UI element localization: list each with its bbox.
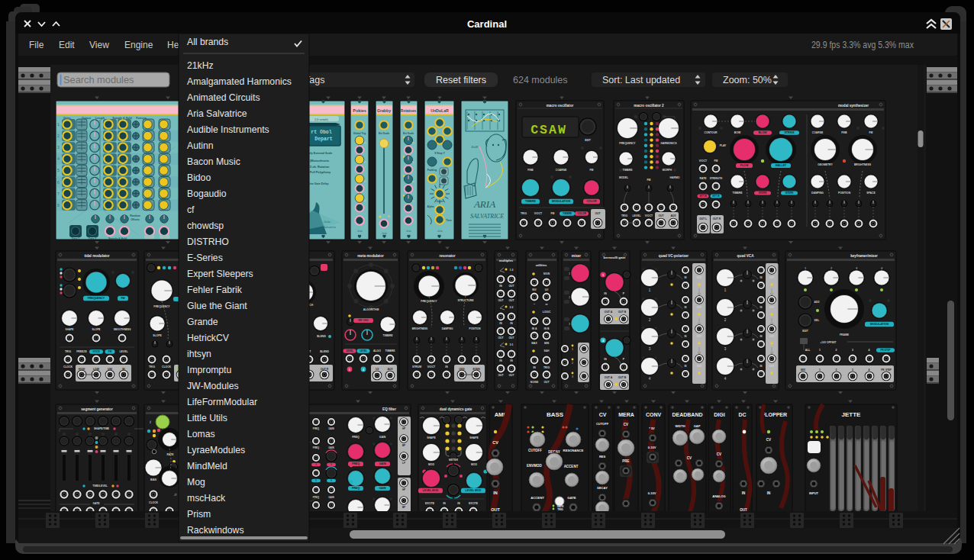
svg-text:NOISE: NOISE xyxy=(531,381,539,384)
svg-text:PLAY: PLAY xyxy=(720,144,727,147)
svg-text:4: 4 xyxy=(57,156,60,161)
svg-text:DISTRHO: DISTRHO xyxy=(187,237,229,247)
svg-text:2: 2 xyxy=(572,362,573,365)
svg-text:FREQ: FREQ xyxy=(352,487,360,490)
svg-text:LP: LP xyxy=(402,462,405,465)
svg-text:ihtsyn: ihtsyn xyxy=(187,349,211,359)
svg-text:Gate 1: Gate 1 xyxy=(72,237,79,240)
svg-text:Impromptu: Impromptu xyxy=(187,365,231,375)
svg-text:mixer: mixer xyxy=(572,254,581,258)
svg-text:Aria: Aria xyxy=(356,229,362,233)
svg-text:IN A: IN A xyxy=(532,327,537,330)
svg-text:INV: INV xyxy=(532,288,537,291)
svg-text:OUT: OUT xyxy=(498,336,504,340)
svg-text:CUTOFF: CUTOFF xyxy=(596,422,609,426)
svg-text:Glue the Giant: Glue the Giant xyxy=(187,301,247,311)
svg-text:Offsets: Offsets xyxy=(131,218,140,221)
svg-text:Bidoo: Bidoo xyxy=(187,172,211,183)
svg-text:BLEND: BLEND xyxy=(317,335,326,338)
svg-text:TIME/LEVEL: TIME/LEVEL xyxy=(92,484,107,488)
svg-text:keyframer/mixer: keyframer/mixer xyxy=(850,254,878,258)
svg-text:HetrickCV: HetrickCV xyxy=(187,333,230,343)
svg-text:MALLET: MALLET xyxy=(776,164,787,167)
svg-text:DC: DC xyxy=(738,412,746,417)
svg-text:VOICE: VOICE xyxy=(92,350,99,353)
svg-text:3: 3 xyxy=(852,369,853,372)
svg-text:GEOMETRY: GEOMETRY xyxy=(818,163,833,166)
svg-text:* 5V: * 5V xyxy=(649,426,655,430)
svg-text:EXCITE: EXCITE xyxy=(469,502,479,505)
svg-text:HP: HP xyxy=(402,488,405,491)
svg-text:2: 2 xyxy=(836,369,837,372)
svg-text:SPACE: SPACE xyxy=(866,191,876,195)
svg-text:TRIG: TRIG xyxy=(543,366,550,369)
svg-text:GATE: GATE xyxy=(567,496,576,500)
svg-text:TIMBRE: TIMBRE xyxy=(385,349,396,352)
svg-text:Aria: Aria xyxy=(380,231,386,235)
svg-text:U/I: U/I xyxy=(545,288,548,291)
svg-text:Ext Scale: Ext Scale xyxy=(379,132,389,135)
svg-text:Gates: Gates xyxy=(63,117,71,120)
svg-text:FM: FM xyxy=(714,159,718,163)
svg-text:SHAPE: SHAPE xyxy=(66,328,74,331)
svg-text:HARMONICS: HARMONICS xyxy=(661,142,678,145)
svg-text:Full Polyphony: Full Polyphony xyxy=(310,171,331,174)
svg-text:GAP: GAP xyxy=(694,424,701,428)
svg-text:Fehler Fabrik: Fehler Fabrik xyxy=(187,285,243,295)
svg-text:3: 3 xyxy=(57,145,60,150)
svg-text:GAIN: GAIN xyxy=(328,427,334,430)
svg-text:29.9 fps 3.3% avg 5.3% max: 29.9 fps 3.3% avg 5.3% max xyxy=(811,40,914,50)
svg-text:chowdsp: chowdsp xyxy=(187,220,224,231)
svg-text:V/OCT: V/OCT xyxy=(645,214,653,217)
svg-text:FREQUENCY: FREQUENCY xyxy=(619,142,636,145)
svg-text:COLOR: COLOR xyxy=(577,212,586,215)
svg-text:CLOCK: CLOCK xyxy=(149,501,159,504)
svg-text:INT. OSC: INT. OSC xyxy=(358,319,369,322)
svg-text:4: 4 xyxy=(869,369,870,372)
svg-text:IN: IN xyxy=(499,359,502,362)
svg-text:HP: HP xyxy=(402,427,405,430)
svg-text:TIMBRE: TIMBRE xyxy=(563,212,572,215)
svg-text:STRUM: STRUM xyxy=(412,365,421,369)
svg-text:GAIN: GAIN xyxy=(379,487,386,490)
svg-text:quad VC-polarizer: quad VC-polarizer xyxy=(659,254,689,258)
svg-text:FM: FM xyxy=(647,179,651,182)
svg-text:BP: BP xyxy=(402,444,405,447)
svg-text:FLOW: FLOW xyxy=(740,164,749,167)
svg-text:DAMPING: DAMPING xyxy=(442,327,453,330)
svg-text:2: 2 xyxy=(57,134,60,138)
svg-text:GAIN: GAIN xyxy=(379,436,386,439)
svg-text:Length: Length xyxy=(95,117,105,120)
svg-text:OUT L: OUT L xyxy=(699,217,707,220)
svg-text:S&H: S&H xyxy=(543,349,550,352)
svg-text:HARMO: HARMO xyxy=(670,176,680,179)
svg-text:OUT: OUT xyxy=(658,214,664,217)
svg-text:Prism: Prism xyxy=(187,509,211,520)
svg-text:View: View xyxy=(89,40,109,50)
svg-text:Zoom: 50%: Zoom: 50% xyxy=(723,75,772,85)
svg-text:X Step Y: X Step Y xyxy=(434,152,445,155)
svg-text:3:1: 3:1 xyxy=(510,343,514,346)
svg-text:V/OCT: V/OCT xyxy=(699,159,708,163)
svg-text:IN: IN xyxy=(493,491,498,495)
svg-text:ENVMOD: ENVMOD xyxy=(527,464,543,468)
svg-text:bernoulli gate: bernoulli gate xyxy=(604,256,626,259)
svg-text:TIMBRE: TIMBRE xyxy=(733,191,743,195)
svg-text:COARSE: COARSE xyxy=(812,131,824,134)
svg-text:CLOCK: CLOCK xyxy=(162,365,172,369)
svg-text:MOD: MOD xyxy=(471,463,477,466)
svg-text:STRENGTH: STRENGTH xyxy=(710,177,723,180)
svg-text:5 oh. Rotation: 5 oh. Rotation xyxy=(310,166,330,169)
svg-text:4: 4 xyxy=(869,349,870,352)
svg-text:GAIN: GAIN xyxy=(379,462,386,465)
svg-text:JW-Modules: JW-Modules xyxy=(187,381,239,391)
svg-text:IN: IN xyxy=(760,276,763,279)
svg-text:JT: JT xyxy=(174,494,177,497)
svg-text:MODEL: MODEL xyxy=(619,176,628,179)
svg-text:EDIT: EDIT xyxy=(585,139,592,142)
svg-text:IN: IN xyxy=(742,491,746,495)
svg-text:macro oscillator 2: macro oscillator 2 xyxy=(634,104,664,108)
svg-text:OUT: OUT xyxy=(508,285,514,288)
svg-text:WIDTH: WIDTH xyxy=(675,424,685,428)
svg-text:IN: IN xyxy=(499,285,502,288)
